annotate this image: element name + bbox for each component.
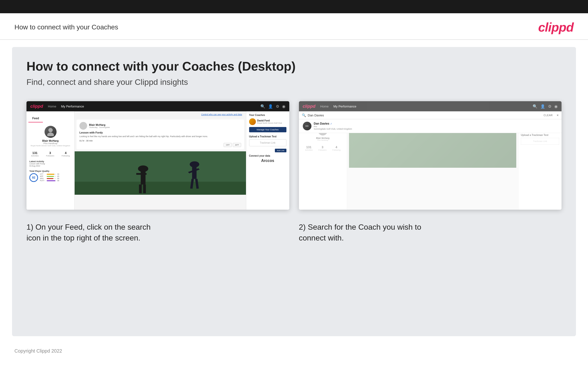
coach-item-1: David Ford Royal North Devon Golf Club	[249, 118, 286, 125]
upload-trackman-title: Upload a Trackman Test	[249, 135, 286, 138]
add-link-btn[interactable]: Add Link	[275, 149, 286, 152]
profile-location: Royal North Devon Golf Club, United King…	[28, 145, 72, 147]
copyright: Copyright Clippd 2022	[14, 348, 62, 354]
followers-label: Followers	[46, 155, 54, 157]
trackman-section-1: Upload a Trackman Test Trackman Link Add…	[249, 135, 286, 152]
main-heading: How to connect with your Coaches (Deskto…	[26, 59, 562, 74]
lesson-coach-avatar	[79, 122, 87, 130]
svg-rect-8	[143, 184, 146, 193]
nav-myperformance-2[interactable]: My Performance	[333, 105, 356, 108]
lesson-duration: 01 hr : 30 min	[79, 139, 241, 142]
following-label: Following	[61, 155, 70, 157]
svg-rect-10	[192, 167, 196, 179]
mockup-right-1: Your Coaches David Ford Royal North Devo…	[246, 111, 289, 210]
stat-following: 4 Following	[61, 151, 70, 157]
coach-avatar-1	[249, 118, 256, 125]
avatar-icon-2[interactable]: ◉	[554, 104, 558, 109]
mockup-nav-1: clippd Home My Performance 🔍 👤 ⚙ ◉	[26, 101, 289, 111]
step-2-text: 2) Search for the Coach you wish to conn…	[299, 222, 562, 243]
user-icon-2[interactable]: 👤	[540, 104, 545, 109]
step-1-col: 1) On your Feed, click on the search ico…	[26, 222, 289, 243]
svg-point-0	[48, 128, 53, 132]
nav-myperformance-1[interactable]: My Performance	[61, 105, 84, 108]
connect-data-1: Connect your data Arccos	[249, 155, 286, 163]
score-circle: 92	[29, 173, 38, 182]
footer: Copyright Clippd 2022	[0, 343, 588, 359]
activities-label: Activities	[31, 155, 39, 157]
mockup-nav-2: clippd Home My Performance 🔍 👤 ⚙ ◉	[299, 101, 562, 111]
search-icon-2[interactable]: 🔍	[533, 104, 537, 109]
off-btn[interactable]: OFF	[224, 143, 232, 147]
mockup-sidebar-1: Feed Blair McHarg Plus Handicap Royal No…	[26, 111, 75, 210]
nav-icons-1: 🔍 👤 ⚙ ◉	[260, 104, 285, 109]
screenshot-2-col: clippd Home My Performance 🔍 👤 ⚙ ◉ Feed	[299, 101, 562, 210]
user-icon[interactable]: 👤	[268, 104, 273, 109]
lesson-title: Lesson with Fordy	[79, 131, 241, 134]
trackman-placeholder[interactable]: Trackman Link	[249, 139, 286, 146]
manage-coaches-btn-1[interactable]: Manage Your Coaches	[249, 127, 286, 132]
step-1-text: 1) On your Feed, click on the search ico…	[26, 222, 289, 243]
search-query[interactable]: Dan Davies	[308, 113, 542, 117]
avatar	[44, 126, 57, 138]
lesson-image	[75, 151, 246, 195]
svg-point-1	[47, 133, 54, 136]
score-bars: OTT90 APP85 ARG86 PUTT96	[40, 173, 59, 182]
settings-icon[interactable]: ⚙	[276, 104, 279, 109]
page-title: How to connect with your Coaches	[14, 23, 118, 31]
mockup-logo-1: clippd	[30, 104, 43, 109]
settings-icon-2[interactable]: ⚙	[548, 104, 551, 109]
svg-rect-3	[75, 182, 246, 195]
lesson-meta: Yesterday · Sunningdale	[89, 126, 110, 129]
result-club: Sunningdale Golf Club, United Kingdom	[314, 128, 352, 130]
activities-count: 131	[31, 151, 39, 155]
profile-stats-2: 131Activities 3Followers 4Following	[301, 143, 344, 153]
app-btn[interactable]: APP	[233, 143, 241, 147]
svg-rect-7	[139, 184, 142, 193]
result-role: Pro	[314, 125, 352, 128]
nav-home-2[interactable]: Home	[320, 105, 329, 108]
lesson-buttons: OFF APP	[79, 143, 241, 147]
control-link[interactable]: Control who can see your activity and da…	[77, 112, 244, 117]
coach-name-1: David Ford	[257, 119, 282, 122]
clear-btn[interactable]: CLEAR	[544, 114, 553, 117]
feed-tab[interactable]: Feed	[28, 115, 43, 122]
steps-row: 1) On your Feed, click on the search ico…	[26, 222, 562, 243]
main-content: How to connect with your Coaches (Deskto…	[12, 47, 576, 336]
stat-followers: 3 Followers	[46, 151, 54, 157]
step-2-line2: connect with.	[299, 233, 344, 242]
arccos-logo-1: Arccos	[249, 159, 286, 163]
lesson-coach-name: Blair McHarg	[89, 123, 110, 126]
svg-rect-6	[136, 173, 147, 175]
player-perf-title: Total Player Quality	[29, 170, 71, 172]
search-icon[interactable]: 🔍	[260, 104, 265, 109]
latest-activity-date: 03 Aug 2022	[29, 165, 71, 167]
close-btn[interactable]: ×	[557, 113, 559, 117]
top-bar	[0, 0, 588, 13]
clippd-logo: clippd	[538, 20, 574, 35]
mockup-body-1: Feed Blair McHarg Plus Handicap Royal No…	[26, 111, 289, 210]
result-avatar: DD	[303, 122, 311, 130]
latest-activity-text: Lesson with Fordy	[29, 163, 71, 165]
your-coaches-title-1: Your Coaches	[249, 114, 286, 116]
mockup-logo-2: clippd	[303, 104, 316, 109]
nav-home-1[interactable]: Home	[48, 105, 56, 108]
main-subheading: Find, connect and share your Clippd insi…	[26, 77, 562, 87]
result-info: Dan Davies ✓ Pro Sunningdale Golf Club, …	[314, 122, 352, 130]
lesson-desc: Looking to feel like my hands are exitin…	[79, 135, 241, 138]
profile-name: Blair McHarg	[28, 139, 72, 142]
profile-subtitle: Plus Handicap	[28, 142, 72, 145]
screenshot-1-mockup: clippd Home My Performance 🔍 👤 ⚙ ◉ Feed	[26, 101, 289, 210]
search-icon-overlay: 🔍	[302, 113, 306, 117]
result-name: Dan Davies	[314, 122, 330, 125]
followers-count: 3	[46, 151, 54, 155]
screenshot-1-col: clippd Home My Performance 🔍 👤 ⚙ ◉ Feed	[26, 101, 289, 210]
verified-icon: ✓	[330, 122, 332, 125]
lesson-card: Blair McHarg Yesterday · Sunningdale Les…	[77, 120, 244, 149]
profile-section: Blair McHarg Plus Handicap Royal North D…	[26, 123, 74, 149]
avatar-icon[interactable]: ◉	[282, 104, 285, 109]
connect-data-title: Connect your data	[249, 155, 286, 157]
search-result-item[interactable]: DD Dan Davies ✓ Pro Sunningdale Golf Clu…	[299, 119, 562, 133]
screenshots-row: clippd Home My Performance 🔍 👤 ⚙ ◉ Feed	[26, 101, 562, 210]
svg-point-4	[138, 165, 148, 172]
step-1-line1: 1) On your Feed, click on the search	[26, 223, 151, 231]
